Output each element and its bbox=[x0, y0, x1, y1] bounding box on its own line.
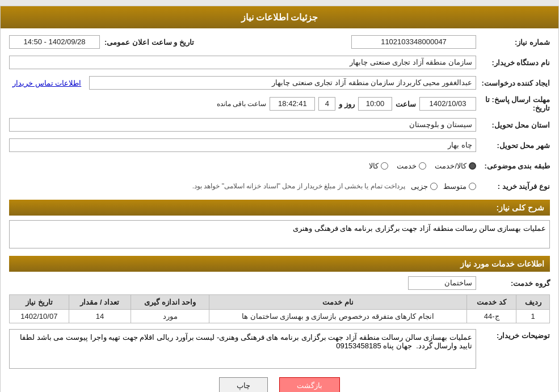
service-group-label: گروه خدمت: bbox=[476, 279, 550, 288]
cell-date: 1402/10/07 bbox=[10, 310, 69, 323]
process-label: نوع فرآیند خرید : bbox=[476, 182, 550, 191]
buyer-notes-textarea[interactable] bbox=[9, 329, 476, 369]
services-section-header: اطلاعات خدمات مورد نیاز bbox=[9, 256, 550, 272]
requester-label: ایجاد کننده درخواست: bbox=[476, 79, 550, 87]
buyer-org-value: سازمان منطقه آزاد تجاری صنعتی چابهار bbox=[9, 56, 476, 69]
col-row-num: ردیف bbox=[516, 295, 550, 310]
general-description-header: شرح کلی نیاز: bbox=[9, 200, 550, 216]
col-code: کد خدمت bbox=[466, 295, 516, 310]
cell-name: انجام کارهای متفرقه درخصوص بازسازی و بهس… bbox=[209, 310, 467, 323]
requester-value: عبدالغفور محیی کاربرداز سازمان منطقه آزا… bbox=[89, 76, 476, 90]
radio-kala-circle bbox=[381, 162, 388, 170]
print-button[interactable]: چاپ bbox=[219, 377, 268, 392]
need-number-label: شماره نیاز: bbox=[476, 38, 550, 47]
bottom-buttons: بازگشت چاپ bbox=[9, 377, 550, 392]
radio-kala-khedmat[interactable]: کالا/خدمت bbox=[435, 162, 476, 170]
process-mottavaset-label: متوسط bbox=[443, 182, 466, 191]
deadline-time-label: ساعت bbox=[396, 100, 416, 108]
deadline-time: 10:00 bbox=[358, 97, 392, 111]
radio-kala-label: کالا bbox=[369, 162, 379, 170]
cell-count: 14 bbox=[69, 310, 131, 323]
col-count: تعداد / مقدار bbox=[69, 295, 131, 310]
radio-kala-khedmat-circle bbox=[469, 162, 476, 170]
radio-kala-khedmat-label: کالا/خدمت bbox=[435, 162, 466, 170]
city-label: شهر محل تحویل: bbox=[476, 141, 550, 150]
process-jozvi[interactable]: جزیی bbox=[411, 182, 438, 191]
province-label: استان محل تحویل: bbox=[476, 121, 550, 129]
page-header: جزئیات اطلاعات نیاز bbox=[1, 6, 558, 28]
radio-mottavaset-circle bbox=[469, 183, 476, 190]
general-description-textarea[interactable] bbox=[9, 220, 550, 248]
deadline-label: مهلت ارسال پاسخ: تا تاریخ: bbox=[476, 95, 550, 112]
table-row: 1 ج-44 انجام کارهای متفرقه درخصوص بازساز… bbox=[10, 310, 550, 323]
deadline-day-label: روز و bbox=[339, 100, 355, 108]
service-group-value: ساختمان bbox=[408, 276, 476, 290]
announce-value: 1402/09/28 - 14:50 bbox=[9, 35, 100, 49]
radio-khedmat-circle bbox=[419, 162, 426, 170]
col-date: تاریخ نیاز bbox=[10, 295, 69, 310]
page-title: جزئیات اطلاعات نیاز bbox=[241, 12, 318, 22]
cell-code: ج-44 bbox=[466, 310, 516, 323]
cell-row: 1 bbox=[516, 310, 550, 323]
radio-khedmat-label: خدمت bbox=[397, 162, 417, 170]
process-note: پرداخت تمام یا بخشی از مبلغ خریدار از مح… bbox=[192, 182, 405, 190]
province-value: سیستان و بلوچستان bbox=[9, 118, 476, 132]
radio-jozvi-circle bbox=[430, 183, 438, 190]
city-value: چاه بهار bbox=[9, 138, 476, 152]
col-unit: واحد اندازه گیری bbox=[131, 295, 209, 310]
announce-label: تاریخ و ساعت اعلان عمومی: bbox=[104, 38, 194, 47]
radio-khedmat[interactable]: خدمت bbox=[397, 162, 426, 170]
buyer-org-label: نام دستگاه خریدار: bbox=[476, 58, 550, 67]
deadline-remaining-label: ساعت باقی مانده bbox=[217, 100, 267, 108]
buyer-notes-label: توضیحات خریدار: bbox=[476, 331, 550, 340]
deadline-days: 4 bbox=[318, 97, 335, 111]
back-button[interactable]: بازگشت bbox=[279, 377, 340, 392]
deadline-remaining: 18:42:41 bbox=[270, 97, 315, 111]
col-name: نام خدمت bbox=[209, 295, 467, 310]
radio-kala[interactable]: کالا bbox=[369, 162, 388, 170]
need-number-value: 1102103348000047 bbox=[351, 35, 476, 49]
classification-label: طبقه بندی موضوعی: bbox=[476, 162, 550, 170]
process-mottavaset[interactable]: متوسط bbox=[443, 182, 476, 191]
process-jozvi-label: جزیی bbox=[411, 182, 428, 191]
contact-link[interactable]: اطلاعات تماس خریدار bbox=[9, 77, 85, 89]
cell-unit: مورد bbox=[131, 310, 209, 323]
services-table: ردیف کد خدمت نام خدمت واحد اندازه گیری ت… bbox=[9, 294, 550, 323]
deadline-date: 1402/10/03 bbox=[419, 97, 476, 111]
